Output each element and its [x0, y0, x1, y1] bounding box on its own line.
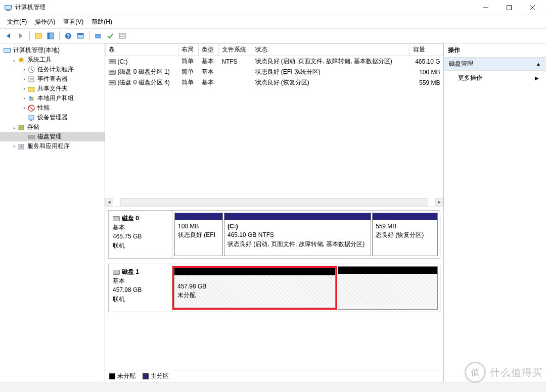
tree-device-manager[interactable]: 设备管理器	[0, 113, 105, 122]
chevron-right-icon[interactable]	[11, 143, 17, 149]
tree-label: 共享文件夹	[37, 84, 68, 93]
horizontal-scrollbar[interactable]: ◄ ►	[105, 198, 443, 207]
tree-event-viewer[interactable]: 事件查看器	[0, 74, 105, 84]
scroll-track[interactable]	[120, 198, 428, 206]
help-button[interactable]: ?	[63, 30, 74, 41]
disk-graphic-area: 磁盘 0 基本 465.75 GB 联机 100 MB状态良好 (EFI (C:…	[105, 207, 443, 370]
svg-rect-9	[35, 33, 41, 38]
drive-icon	[109, 59, 116, 64]
actions-header: 操作	[444, 43, 546, 58]
col-status[interactable]: 状态	[252, 44, 410, 56]
chevron-right-icon[interactable]	[21, 76, 27, 82]
tree-task-scheduler[interactable]: 任务计划程序	[0, 65, 105, 74]
chevron-right-icon[interactable]	[21, 86, 27, 91]
partition-efi[interactable]: 100 MB状态良好 (EFI	[174, 213, 223, 256]
disk-icon	[113, 216, 120, 221]
tree-root[interactable]: 计算机管理(本地)	[0, 45, 105, 55]
actions-pane: 操作 磁盘管理▲ 更多操作▶	[444, 43, 546, 382]
table-row[interactable]: (磁盘 0 磁盘分区 1)简单基本状态良好 (EFI 系统分区)100 MB	[106, 67, 443, 77]
scroll-right-button[interactable]: ►	[435, 198, 443, 206]
chevron-down-icon[interactable]	[11, 57, 17, 63]
menu-file[interactable]: 文件(F)	[3, 16, 31, 28]
collapse-icon[interactable]: ▲	[536, 61, 541, 67]
window-title: 计算机管理	[15, 3, 474, 12]
svg-rect-37	[19, 125, 24, 127]
toolbar-button-8[interactable]	[117, 30, 128, 41]
scroll-left-button[interactable]: ◄	[105, 198, 113, 206]
back-button[interactable]	[3, 30, 14, 41]
close-button[interactable]	[521, 0, 544, 15]
partition-unallocated-rest[interactable]	[338, 266, 438, 310]
tree-services-apps[interactable]: 服务和应用程序	[0, 141, 105, 151]
toolbar-button-5[interactable]	[75, 30, 86, 41]
tree-label: 性能	[37, 104, 50, 112]
table-row[interactable]: (磁盘 0 磁盘分区 4)简单基本状态良好 (恢复分区)559 MB	[106, 77, 443, 88]
svg-rect-2	[7, 10, 10, 11]
tree-storage[interactable]: 存储	[0, 122, 105, 132]
menu-help[interactable]: 帮助(H)	[87, 16, 116, 28]
svg-rect-15	[77, 33, 83, 35]
chevron-down-icon[interactable]	[11, 124, 17, 130]
svg-rect-29	[28, 87, 34, 91]
partition-c[interactable]: (C:)465.10 GB NTFS状态良好 (启动, 页面文件, 故障转储, …	[224, 213, 371, 256]
disk-kind: 基本	[113, 277, 125, 284]
chevron-right-icon: ▶	[535, 75, 539, 81]
disk-kind: 基本	[113, 224, 125, 231]
disk-row-0[interactable]: 磁盘 0 基本 465.75 GB 联机 100 MB状态良好 (EFI (C:…	[108, 210, 440, 259]
drive-icon	[109, 80, 116, 85]
actions-section[interactable]: 磁盘管理▲	[444, 58, 546, 71]
navigation-tree[interactable]: 计算机管理(本地) 系统工具 任务计划程序 事件查看器 共享文件夹 本地用户和组…	[0, 43, 105, 382]
minimize-button[interactable]	[474, 0, 497, 15]
tree-system-tools[interactable]: 系统工具	[0, 55, 105, 65]
legend-primary: 主分区	[143, 372, 169, 380]
col-fs[interactable]: 文件系统	[219, 44, 252, 56]
tree-disk-management[interactable]: 磁盘管理	[0, 132, 105, 141]
disk-icon	[113, 270, 120, 275]
disk-partitions: 100 MB状态良好 (EFI (C:)465.10 GB NTFS状态良好 (…	[172, 211, 440, 258]
title-bar: 计算机管理	[0, 0, 546, 15]
volume-table[interactable]: 卷 布局 类型 文件系统 状态 容量 (C:)简单基本NTFS状态良好 (启动,…	[105, 43, 443, 207]
maximize-button[interactable]	[497, 0, 521, 15]
partition-recovery[interactable]: 559 MB态良好 (恢复分区)	[372, 213, 438, 256]
toolbar-button-7[interactable]	[105, 30, 116, 41]
toolbar-separator	[59, 31, 60, 40]
chevron-right-icon[interactable]	[21, 67, 27, 72]
drive-icon	[109, 70, 116, 75]
disk-info: 磁盘 1 基本 457.98 GB 联机	[109, 264, 172, 312]
col-layout[interactable]: 布局	[178, 44, 199, 56]
table-row[interactable]: (C:)简单基本NTFS状态良好 (启动, 页面文件, 故障转储, 基本数据分区…	[106, 56, 443, 67]
partition-unallocated[interactable]: 457.98 GB未分配	[174, 268, 336, 308]
svg-rect-4	[507, 5, 512, 10]
properties-button[interactable]	[45, 30, 56, 41]
disk-name: 磁盘 1	[122, 268, 139, 275]
app-icon	[4, 4, 12, 12]
tree-label: 计算机管理(本地)	[13, 46, 60, 55]
highlighted-frame: 457.98 GB未分配	[172, 266, 337, 310]
col-capacity[interactable]: 容量	[410, 44, 443, 56]
toolbar-button-6[interactable]	[93, 30, 104, 41]
chevron-right-icon[interactable]	[21, 95, 27, 101]
forward-button[interactable]	[15, 30, 26, 41]
tree-label: 磁盘管理	[37, 132, 62, 141]
svg-rect-26	[29, 77, 34, 82]
tree-performance[interactable]: 性能	[0, 103, 105, 113]
tree-local-users[interactable]: 本地用户和组	[0, 93, 105, 103]
chevron-right-icon[interactable]	[21, 105, 27, 111]
svg-rect-11	[48, 33, 50, 39]
watermark-text: 什么值得买	[490, 366, 543, 379]
menu-view[interactable]: 查看(V)	[59, 16, 87, 28]
menu-action[interactable]: 操作(A)	[31, 16, 59, 28]
svg-rect-32	[29, 99, 34, 101]
tree-label: 本地用户和组	[37, 94, 74, 103]
tree-label: 任务计划程序	[37, 65, 74, 74]
svg-line-34	[29, 106, 33, 110]
tree-shared-folders[interactable]: 共享文件夹	[0, 84, 105, 93]
actions-more[interactable]: 更多操作▶	[444, 71, 546, 85]
col-volume[interactable]: 卷	[106, 44, 178, 56]
col-type[interactable]: 类型	[199, 44, 219, 56]
tree-label: 设备管理器	[37, 113, 68, 122]
svg-point-31	[31, 96, 34, 99]
disk-row-1[interactable]: 磁盘 1 基本 457.98 GB 联机 457.98 GB未分配	[108, 264, 440, 312]
show-hide-tree-button[interactable]	[33, 30, 44, 41]
svg-rect-16	[95, 34, 101, 36]
